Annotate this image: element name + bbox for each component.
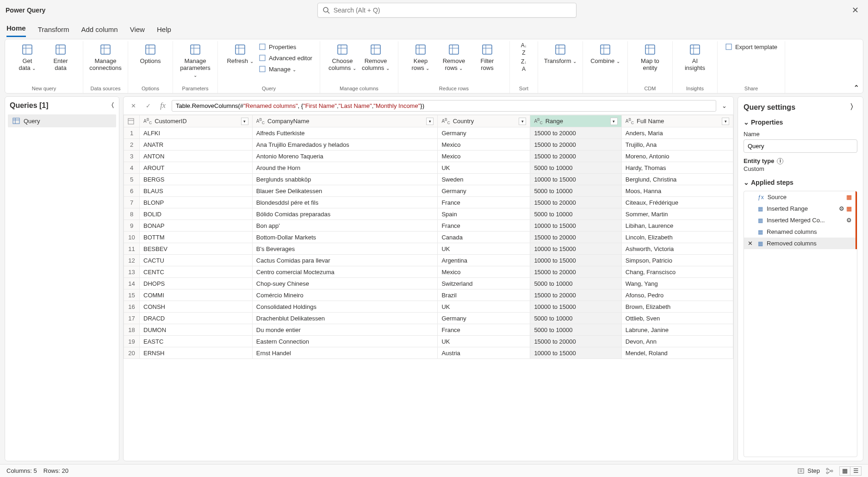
cell[interactable]: Du monde entier xyxy=(252,324,438,336)
cell[interactable]: Switzerland xyxy=(438,278,530,289)
search-input[interactable] xyxy=(334,6,571,14)
cell[interactable]: Citeaux, Frédérique xyxy=(621,197,733,208)
ribbon-export-template[interactable]: Export template xyxy=(723,42,779,51)
cell[interactable]: 5000 to 10000 xyxy=(530,208,621,220)
table-row[interactable]: 13CENTCCentro comercial MoctezumaMexico1… xyxy=(124,266,733,278)
cell[interactable]: Libihan, Laurence xyxy=(621,220,733,232)
query-item[interactable]: Query xyxy=(8,114,116,127)
cell[interactable]: 5000 to 10000 xyxy=(530,162,621,174)
column-header-customerid[interactable]: ABCCustomerID▾ xyxy=(140,115,253,127)
cell[interactable]: Mexico xyxy=(438,151,530,162)
table-row[interactable]: 16CONSHConsolidated HoldingsUK10000 to 1… xyxy=(124,301,733,313)
step-button[interactable]: Step xyxy=(797,467,820,475)
cell[interactable]: BOTTM xyxy=(140,232,253,243)
ribbon-remove[interactable]: Removerows ⌄ xyxy=(437,41,471,72)
cell[interactable]: DRACD xyxy=(140,313,253,324)
cell[interactable]: DUMON xyxy=(140,324,253,336)
cell[interactable]: 15000 to 20000 xyxy=(530,139,621,151)
ribbon-remove[interactable]: Removecolumns ⌄ xyxy=(359,41,392,72)
cell[interactable]: Moos, Hanna xyxy=(621,185,733,197)
formula-cancel[interactable]: ✕ xyxy=(127,100,139,112)
cell[interactable]: 10000 to 15000 xyxy=(530,174,621,185)
table-row[interactable]: 19EASTCEastern ConnectionUK15000 to 2000… xyxy=(124,336,733,347)
ribbon-get[interactable]: Getdata ⌄ xyxy=(11,41,44,72)
cell[interactable]: Drachenblut Delikatessen xyxy=(252,313,438,324)
table-row[interactable]: 20ERNSHErnst HandelAustria10000 to 15000… xyxy=(124,347,733,359)
close-button[interactable]: ✕ xyxy=(848,5,862,15)
ribbon-options[interactable]: Options xyxy=(134,41,167,65)
step-inserted-range[interactable]: ✕▦Inserted Range⚙▦ xyxy=(744,203,857,214)
table-row[interactable]: 14DHOPSChop-suey ChineseSwitzerland5000 … xyxy=(124,278,733,289)
ribbon-filter[interactable]: Filterrows xyxy=(471,41,504,72)
cell[interactable]: ERNSH xyxy=(140,347,253,359)
table-row[interactable]: 6BLAUSBlauer See DelikatessenGermany5000… xyxy=(124,185,733,197)
cell[interactable]: Hardy, Thomas xyxy=(621,162,733,174)
row-number[interactable]: 9 xyxy=(124,220,140,232)
ribbon-collapse[interactable]: ⌃ xyxy=(854,84,859,91)
table-row[interactable]: 5BERGSBerglunds snabbköpSweden10000 to 1… xyxy=(124,174,733,185)
cell[interactable]: Mexico xyxy=(438,139,530,151)
cell[interactable]: Simpson, Patricio xyxy=(621,255,733,266)
row-number[interactable]: 6 xyxy=(124,185,140,197)
cell[interactable]: Lincoln, Elizabeth xyxy=(621,232,733,243)
cell[interactable]: COMMI xyxy=(140,289,253,301)
filter-icon[interactable]: ▾ xyxy=(722,118,729,125)
ribbon-transform[interactable]: Transform ⌄ xyxy=(544,41,577,65)
cell[interactable]: Mendel, Roland xyxy=(621,347,733,359)
cell[interactable]: ANTON xyxy=(140,151,253,162)
table-row[interactable]: 8BOLIDBólido Comidas preparadasSpain5000… xyxy=(124,208,733,220)
row-number[interactable]: 12 xyxy=(124,255,140,266)
link-icon[interactable]: ▦ xyxy=(846,205,852,212)
row-number[interactable]: 14 xyxy=(124,278,140,289)
table-row[interactable]: 3ANTONAntonio Moreno TaqueriaMexico15000… xyxy=(124,151,733,162)
row-number[interactable]: 18 xyxy=(124,324,140,336)
queries-collapse[interactable]: 〈 xyxy=(108,101,114,110)
cell[interactable]: Comércio Mineiro xyxy=(252,289,438,301)
step-removed-columns[interactable]: ✕▦Removed columns xyxy=(744,238,857,249)
cell[interactable]: Argentina xyxy=(438,255,530,266)
row-number[interactable]: 2 xyxy=(124,139,140,151)
cell[interactable]: Berglunds snabbköp xyxy=(252,174,438,185)
cell[interactable]: Chop-suey Chinese xyxy=(252,278,438,289)
link-icon[interactable]: ▦ xyxy=(846,194,852,201)
step-source[interactable]: ✕ƒxSource▦ xyxy=(744,191,857,203)
tab-home[interactable]: Home xyxy=(6,24,26,37)
cell[interactable]: Germany xyxy=(438,127,530,139)
ribbon-ai[interactable]: AIinsights xyxy=(678,41,712,72)
cell[interactable]: France xyxy=(438,324,530,336)
cell[interactable]: 10000 to 15000 xyxy=(530,255,621,266)
ribbon-manage[interactable]: Manageparameters ⌄ xyxy=(179,41,212,79)
cell[interactable]: Antonio Moreno Taqueria xyxy=(252,151,438,162)
cell[interactable]: EASTC xyxy=(140,336,253,347)
cell[interactable]: Alfreds Futterkiste xyxy=(252,127,438,139)
row-number[interactable]: 16 xyxy=(124,301,140,313)
cell[interactable]: Brazil xyxy=(438,289,530,301)
cell[interactable]: 10000 to 15000 xyxy=(530,243,621,255)
cell[interactable]: Berglund, Christina xyxy=(621,174,733,185)
ribbon-map-to[interactable]: Map toentity xyxy=(633,41,667,72)
cell[interactable]: BERGS xyxy=(140,174,253,185)
table-row[interactable]: 7BLONPBlondesddsl pére et filsFrance1500… xyxy=(124,197,733,208)
cell[interactable]: Afonso, Pedro xyxy=(621,289,733,301)
row-number[interactable]: 5 xyxy=(124,174,140,185)
cell[interactable]: 15000 to 20000 xyxy=(530,127,621,139)
row-number[interactable]: 11 xyxy=(124,243,140,255)
table-row[interactable]: 9BONAPBon app'France10000 to 15000Libiha… xyxy=(124,220,733,232)
row-number[interactable]: 7 xyxy=(124,197,140,208)
branch-icon[interactable] xyxy=(825,467,834,475)
cell[interactable]: Bottom-Dollar Markets xyxy=(252,232,438,243)
ribbon-advanced-editor[interactable]: Advanced editor xyxy=(257,53,314,63)
cell[interactable]: Blondesddsl pére et fils xyxy=(252,197,438,208)
cell[interactable]: 5000 to 10000 xyxy=(530,278,621,289)
cell[interactable]: Mexico xyxy=(438,266,530,278)
cell[interactable]: CONSH xyxy=(140,301,253,313)
cell[interactable]: Labrune, Janine xyxy=(621,324,733,336)
cell[interactable]: ANATR xyxy=(140,139,253,151)
row-number[interactable]: 17 xyxy=(124,313,140,324)
ribbon-keep[interactable]: Keeprows ⌄ xyxy=(404,41,437,72)
filter-icon[interactable]: ▾ xyxy=(519,118,526,125)
cell[interactable]: Ottlieb, Sven xyxy=(621,313,733,324)
tab-add-column[interactable]: Add column xyxy=(81,25,118,37)
cell[interactable]: Sommer, Martin xyxy=(621,208,733,220)
cell[interactable]: 15000 to 20000 xyxy=(530,289,621,301)
